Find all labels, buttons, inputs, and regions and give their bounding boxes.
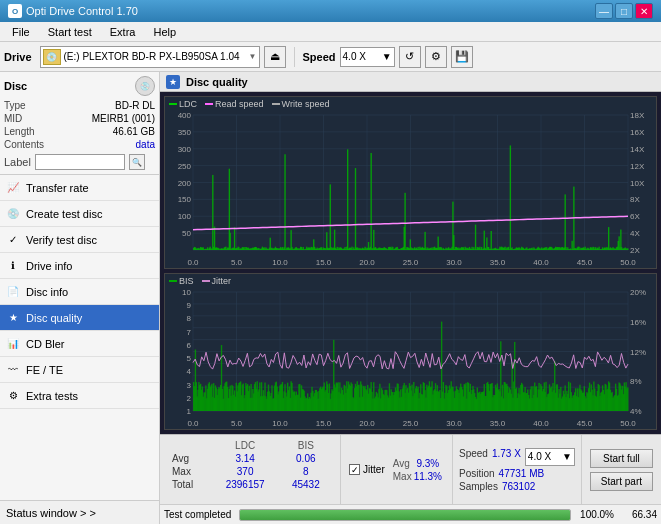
- menu-file[interactable]: File: [4, 24, 38, 40]
- toolbar-separator: [294, 47, 295, 67]
- disc-label-input[interactable]: [35, 154, 125, 170]
- sidebar-item-cd-bler[interactable]: 📊 CD Bler: [0, 331, 159, 357]
- sidebar-item-label-fe-te: FE / TE: [26, 364, 63, 376]
- drive-value: (E:) PLEXTOR BD-R PX-LB950SA 1.04: [64, 51, 249, 62]
- start-part-button[interactable]: Start part: [590, 472, 653, 491]
- menu-help[interactable]: Help: [145, 24, 184, 40]
- ldc-legend-color: [169, 103, 177, 105]
- sidebar-item-label-transfer-rate: Transfer rate: [26, 182, 89, 194]
- sidebar-item-fe-te[interactable]: 〰 FE / TE: [0, 357, 159, 383]
- sidebar-item-label-cd-bler: CD Bler: [26, 338, 65, 350]
- stats-col-empty: [168, 439, 211, 452]
- speed-selector[interactable]: 4.0 X ▼: [340, 47, 395, 67]
- eject-button[interactable]: ⏏: [264, 46, 286, 68]
- transfer-rate-icon: 📈: [6, 181, 20, 195]
- stats-max-bis: 8: [280, 465, 333, 478]
- stats-total-label: Total: [168, 478, 211, 491]
- progress-bar-container: [239, 509, 571, 521]
- content-area: ★ Disc quality LDC Read speed: [160, 72, 661, 524]
- sidebar-item-create-test-disc[interactable]: 💿 Create test disc: [0, 201, 159, 227]
- speed-value: 4.0 X: [343, 51, 366, 62]
- menu-start-test[interactable]: Start test: [40, 24, 100, 40]
- jitter-label: Jitter: [363, 464, 385, 475]
- stats-col-ldc: LDC: [211, 439, 280, 452]
- toolbar: Drive 💿 (E:) PLEXTOR BD-R PX-LB950SA 1.0…: [0, 42, 661, 72]
- status-window-button[interactable]: Status window > >: [0, 500, 159, 524]
- write-speed-legend-color: [272, 103, 280, 105]
- title-bar-buttons: — □ ✕: [595, 3, 653, 19]
- disc-mid-label: MID: [4, 113, 22, 124]
- speed-label: Speed: [303, 51, 336, 63]
- app-icon: O: [8, 4, 22, 18]
- title-bar-left: O Opti Drive Control 1.70: [8, 4, 138, 18]
- bis-legend-color: [169, 280, 177, 282]
- bis-legend-item: BIS: [169, 276, 194, 286]
- disc-icon: 💿: [135, 76, 155, 96]
- sidebar-item-extra-tests[interactable]: ⚙ Extra tests: [0, 383, 159, 409]
- stats-jitter-max-value: 11.3%: [414, 471, 442, 482]
- create-test-disc-icon: 💿: [6, 207, 20, 221]
- progress-percentage: 100.0%: [579, 509, 614, 520]
- position-key: Position: [459, 468, 495, 479]
- samples-val: 763102: [502, 481, 535, 492]
- disc-label-label: Label: [4, 156, 31, 168]
- close-button[interactable]: ✕: [635, 3, 653, 19]
- fe-te-icon: 〰: [6, 363, 20, 377]
- ldc-legend-label: LDC: [179, 99, 197, 109]
- disc-length-label: Length: [4, 126, 35, 137]
- ldc-legend-item: LDC: [169, 99, 197, 109]
- stats-jitter-avg-value: 9.3%: [414, 458, 442, 469]
- disc-contents-row: Contents data: [4, 138, 155, 151]
- read-speed-legend-color: [205, 103, 213, 105]
- disc-type-value: BD-R DL: [115, 100, 155, 111]
- drive-selector[interactable]: 💿 (E:) PLEXTOR BD-R PX-LB950SA 1.04 ▼: [40, 46, 260, 68]
- position-val: 47731 MB: [499, 468, 545, 479]
- sidebar-item-drive-info[interactable]: ℹ Drive info: [0, 253, 159, 279]
- maximize-button[interactable]: □: [615, 3, 633, 19]
- buttons-section: Start full Start part: [581, 435, 661, 504]
- read-speed-legend-item: Read speed: [205, 99, 264, 109]
- sidebar-item-disc-info[interactable]: 📄 Disc info: [0, 279, 159, 305]
- speed-setting-selector[interactable]: 4.0 X ▼: [525, 448, 575, 466]
- write-speed-legend-item: Write speed: [272, 99, 330, 109]
- sidebar-item-transfer-rate[interactable]: 📈 Transfer rate: [0, 175, 159, 201]
- status-text: Test completed: [164, 509, 231, 520]
- drive-dropdown-arrow: ▼: [249, 52, 257, 61]
- status-window-label: Status window > >: [6, 507, 96, 519]
- disc-type-label: Type: [4, 100, 26, 111]
- jitter-legend-item: Jitter: [202, 276, 232, 286]
- sidebar-item-verify-test-disc[interactable]: ✓ Verify test disc: [0, 227, 159, 253]
- menu-bar: File Start test Extra Help: [0, 22, 661, 42]
- refresh-button[interactable]: ↺: [399, 46, 421, 68]
- stats-row: LDC BIS Avg 3.14 0.06 Max 370 8 Total: [160, 434, 661, 504]
- sidebar-item-label-disc-info: Disc info: [26, 286, 68, 298]
- chart-header: ★ Disc quality: [160, 72, 661, 92]
- options-button[interactable]: ⚙: [425, 46, 447, 68]
- drive-label: Drive: [4, 51, 32, 63]
- chart-title: Disc quality: [186, 76, 248, 88]
- sidebar: Disc 💿 Type BD-R DL MID MEIRB1 (001) Len…: [0, 72, 160, 524]
- top-chart-legend: LDC Read speed Write speed: [169, 99, 329, 109]
- position-row: Position 47731 MB: [459, 468, 544, 479]
- save-button[interactable]: 💾: [451, 46, 473, 68]
- start-full-button[interactable]: Start full: [590, 449, 653, 468]
- sidebar-item-label-verify-test-disc: Verify test disc: [26, 234, 97, 246]
- jitter-checkbox[interactable]: ✓: [349, 464, 360, 475]
- speed-setting-value: 4.0 X: [528, 451, 551, 462]
- disc-label-button[interactable]: 🔍: [129, 154, 145, 170]
- chart-header-icon: ★: [166, 75, 180, 89]
- disc-panel-header: Disc 💿: [4, 76, 155, 96]
- menu-extra[interactable]: Extra: [102, 24, 144, 40]
- sidebar-item-label-extra-tests: Extra tests: [26, 390, 78, 402]
- samples-row: Samples 763102: [459, 481, 535, 492]
- disc-type-row: Type BD-R DL: [4, 99, 155, 112]
- minimize-button[interactable]: —: [595, 3, 613, 19]
- jitter-section: ✓ Jitter Avg 9.3% Max 11.3%: [340, 435, 452, 504]
- disc-info-icon: 📄: [6, 285, 20, 299]
- speed-info-row: Speed 1.73 X 4.0 X ▼: [459, 448, 575, 466]
- disc-contents-value: data: [136, 139, 155, 150]
- stats-total-ldc: 2396157: [211, 478, 280, 491]
- sidebar-item-disc-quality[interactable]: ★ Disc quality: [0, 305, 159, 331]
- sidebar-item-label-drive-info: Drive info: [26, 260, 72, 272]
- speed-val: 1.73 X: [492, 448, 521, 466]
